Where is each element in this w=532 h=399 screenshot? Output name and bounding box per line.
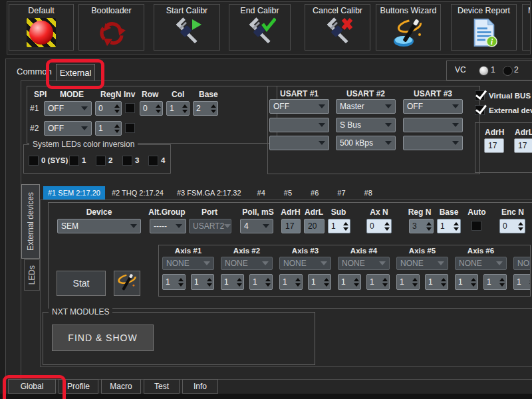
- device-report-button[interactable]: Device Report i: [451, 4, 517, 51]
- device-wizard-button[interactable]: [114, 271, 140, 296]
- axis5-spinner-a[interactable]: 1: [396, 274, 420, 290]
- axis6-spinner-b[interactable]: 1: [483, 274, 507, 290]
- spi2-inv-checkbox[interactable]: [125, 123, 135, 133]
- led4-checkbox[interactable]: [148, 156, 158, 166]
- usart2-mode-dropdown[interactable]: Master: [336, 99, 396, 114]
- ax-n-spinner[interactable]: 0: [366, 219, 392, 233]
- vc-radio-1[interactable]: [479, 66, 489, 76]
- axis3-spinner-a[interactable]: 1: [279, 274, 303, 290]
- led3-checkbox[interactable]: [122, 156, 132, 166]
- axis1-dropdown[interactable]: NONE: [162, 257, 214, 270]
- device-tab-7[interactable]: #7: [328, 186, 354, 200]
- usart3-speed-dropdown[interactable]: [403, 136, 463, 150]
- device-tab-2[interactable]: #2 THQ 2:17.24: [105, 186, 170, 200]
- start-calibr-button-label: Start Calibr: [166, 6, 208, 15]
- usart3-proto-dropdown[interactable]: [403, 118, 463, 132]
- axis1-spinner-b[interactable]: 1: [191, 274, 214, 290]
- spi1-col-spinner[interactable]: 1: [166, 101, 190, 116]
- led2-checkbox[interactable]: [96, 156, 106, 166]
- axis2-dropdown[interactable]: NONE: [221, 257, 273, 270]
- enc-n-spinner[interactable]: 0: [499, 219, 525, 233]
- axis5-dropdown[interactable]: NONE: [396, 257, 448, 270]
- default-button[interactable]: Default: [9, 4, 74, 51]
- start-calibr-button[interactable]: Start Calibr: [154, 4, 220, 51]
- usart2-proto-dropdown[interactable]: S Bus: [336, 118, 396, 132]
- end-calibr-button[interactable]: End Calibr: [229, 4, 291, 51]
- adrl-group-input[interactable]: 17: [514, 138, 532, 153]
- side-tab-leds[interactable]: LEDs: [24, 259, 40, 291]
- spi1-row-spinner[interactable]: 0: [140, 101, 163, 116]
- reg-n-spinner[interactable]: 3: [409, 219, 434, 233]
- usart1-header: USART #1: [269, 89, 329, 98]
- global-tab-page: Common External VC 1 2 SPI MODE RegN Inv…: [5, 59, 532, 398]
- axis4-dropdown[interactable]: NONE: [338, 257, 390, 270]
- vc-radio-2[interactable]: [503, 66, 513, 76]
- port-dropdown[interactable]: USART2: [189, 219, 231, 233]
- device-dropdown[interactable]: SEM: [57, 219, 141, 233]
- bottom-tab-info[interactable]: Info: [182, 379, 218, 394]
- axis5-spinner-b[interactable]: 1: [425, 274, 448, 290]
- virtual-bus-checkbox[interactable]: [475, 90, 485, 100]
- find-show-button[interactable]: FIND & SHOW: [52, 325, 154, 351]
- led1-checkbox[interactable]: [69, 156, 79, 166]
- device-tab-1[interactable]: #1 SEM 2:17.20: [43, 186, 105, 200]
- axis1-spinner-a[interactable]: 1: [162, 274, 186, 290]
- adrh-group-input[interactable]: 17: [484, 138, 504, 153]
- external-devices-checkbox[interactable]: [475, 105, 485, 115]
- usart2-speed-dropdown[interactable]: 500 kBps: [336, 136, 396, 150]
- axis7-spinner-a[interactable]: 1: [513, 274, 531, 290]
- cancel-calibr-button[interactable]: Cancel Calibr: [305, 4, 370, 51]
- device-label: Device: [86, 207, 112, 217]
- adrl-group-label: AdrL: [515, 128, 532, 137]
- sub-spinner[interactable]: 1: [328, 219, 350, 233]
- axis2-spinner-b[interactable]: 1: [249, 274, 273, 290]
- alt-group-dropdown[interactable]: -----: [150, 219, 186, 233]
- spi1-base-spinner[interactable]: 2: [193, 101, 218, 116]
- axis6-dropdown[interactable]: NONE: [455, 257, 507, 270]
- usart1-mode-dropdown[interactable]: OFF: [269, 99, 329, 114]
- bootloader-button-label: Bootloader: [91, 6, 131, 15]
- spi1-mode-dropdown[interactable]: OFF: [44, 101, 92, 116]
- axis4-spinner-b[interactable]: 1: [366, 274, 390, 290]
- side-tab-external-devices[interactable]: External devices: [21, 184, 40, 259]
- axis3-spinner-b[interactable]: 1: [308, 274, 331, 290]
- base-spinner[interactable]: 1: [437, 219, 461, 233]
- vc-radio-2-label: 2: [514, 65, 519, 74]
- device-tab-3[interactable]: #3 FSM.GA 2:17.32: [170, 186, 248, 200]
- adrh-input[interactable]: 17: [281, 219, 301, 233]
- adr-group: AdrH AdrL 17 17: [475, 122, 532, 173]
- poll-dropdown[interactable]: 4: [240, 219, 273, 233]
- usart1-speed-dropdown[interactable]: [269, 136, 329, 150]
- side-tab-leds-label: LEDs: [27, 265, 37, 285]
- usart3-mode-dropdown[interactable]: OFF: [403, 99, 463, 114]
- device-report-button-label: Device Report: [458, 6, 510, 15]
- auto-checkbox[interactable]: [471, 221, 481, 231]
- adrl-input[interactable]: 20: [304, 219, 325, 233]
- spi-panel: SPI MODE RegN Inv Row Col Base #1 OFF 0 …: [27, 86, 277, 144]
- external-devices-label: External device: [489, 106, 532, 114]
- bottom-strip: [0, 394, 532, 399]
- bottom-tab-macro[interactable]: Macro: [101, 379, 141, 394]
- buttons-wizard-button[interactable]: Buttons Wizard: [376, 4, 441, 51]
- axis4-spinner-a[interactable]: 1: [338, 274, 361, 290]
- partial-toolbar-button[interactable]: M: [522, 4, 531, 51]
- spi2-regn-spinner[interactable]: 1: [95, 121, 122, 136]
- bottom-tab-test[interactable]: Test: [144, 379, 180, 394]
- device-tab-4[interactable]: #4: [248, 186, 275, 200]
- spi1-regn-spinner[interactable]: 0: [95, 101, 122, 116]
- usart1-proto-dropdown[interactable]: [269, 118, 329, 132]
- axis6-spinner-a[interactable]: 1: [455, 274, 478, 290]
- device-tab-6[interactable]: #6: [301, 186, 328, 200]
- bootloader-button[interactable]: Bootloader: [78, 4, 144, 51]
- stat-button[interactable]: Stat: [57, 271, 106, 296]
- device-tab-5[interactable]: #5: [275, 186, 301, 200]
- axis3-dropdown[interactable]: NONE: [279, 257, 331, 270]
- axis7-dropdown[interactable]: NONE: [513, 257, 531, 270]
- spi1-inv-checkbox[interactable]: [125, 103, 135, 113]
- device-tab-8[interactable]: #8: [355, 186, 382, 200]
- axis2-spinner-a[interactable]: 1: [221, 274, 244, 290]
- led2-label: 2: [108, 156, 112, 164]
- system-leds-group: System LEDs color inversion 0 (SYS) 1 2 …: [23, 144, 171, 174]
- spi2-mode-dropdown[interactable]: OFF: [44, 121, 92, 136]
- led0-checkbox[interactable]: [29, 156, 39, 166]
